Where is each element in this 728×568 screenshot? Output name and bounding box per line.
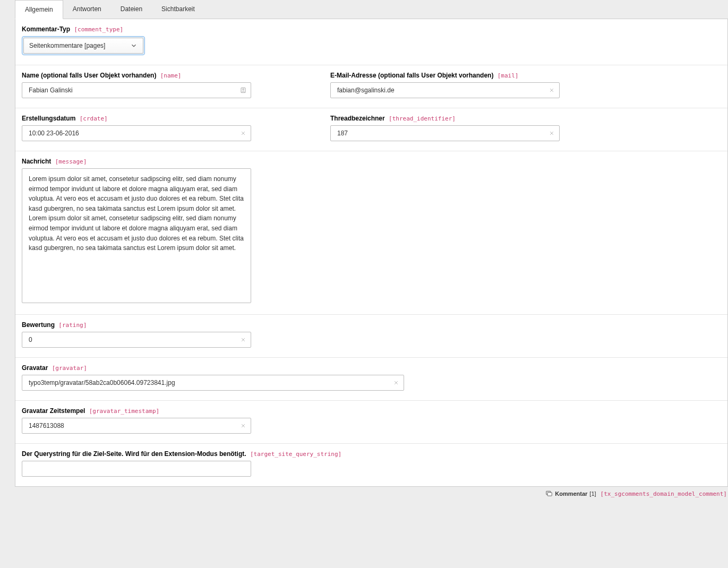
- chevron-down-icon: [130, 42, 138, 49]
- querystring-label: Der Querystring für die Ziel-Seite. Wird…: [22, 450, 246, 458]
- tab-files[interactable]: Dateien: [111, 0, 152, 19]
- clear-icon[interactable]: [548, 130, 555, 137]
- rating-tech: [rating]: [58, 322, 87, 329]
- tab-general[interactable]: Allgemein: [15, 0, 63, 19]
- svg-rect-15: [547, 493, 552, 496]
- clear-icon[interactable]: [548, 87, 555, 94]
- contact-icon: [239, 87, 247, 94]
- querystring-input[interactable]: [22, 461, 251, 477]
- comment-type-select[interactable]: Seitenkommentare [pages]: [23, 38, 143, 54]
- section-gravatar-timestamp: Gravatar Zeitstempel [gravatar_timestamp…: [15, 401, 727, 444]
- footer-label: Kommentar: [555, 490, 587, 497]
- message-textarea[interactable]: [22, 168, 251, 303]
- thread-label: Threadbezeichner: [330, 115, 385, 122]
- rating-input[interactable]: [22, 332, 251, 348]
- crdate-tech: [crdate]: [80, 115, 108, 122]
- message-label: Nachricht: [22, 158, 51, 165]
- gravatar-ts-input[interactable]: [22, 418, 251, 434]
- footer-id: [1]: [589, 490, 596, 497]
- section-querystring: Der Querystring für die Ziel-Seite. Wird…: [15, 444, 727, 486]
- comment-type-label: Kommentar-Typ: [22, 25, 70, 33]
- gravatar-ts-tech: [gravatar_timestamp]: [89, 408, 159, 415]
- name-label: Name (optional falls User Objekt vorhand…: [22, 72, 156, 79]
- section-crdate-thread: Erstellungsdatum [crdate] Threadbezeichn…: [15, 108, 727, 151]
- gravatar-ts-label: Gravatar Zeitstempel: [22, 407, 85, 415]
- querystring-tech: [target_site_query_string]: [250, 451, 341, 458]
- clear-icon[interactable]: [392, 379, 400, 386]
- general-panel: Kommentar-Typ [comment_type] Seitenkomme…: [15, 19, 728, 487]
- section-gravatar: Gravatar [gravatar]: [15, 358, 727, 401]
- clear-icon[interactable]: [239, 336, 247, 343]
- crdate-label: Erstellungsdatum: [22, 115, 75, 122]
- svg-point-1: [243, 89, 244, 90]
- footer-table: [tx_sgcomments_domain_model_comment]: [601, 490, 727, 497]
- tabs-bar: Allgemein Antworten Dateien Sichtbarkeit: [15, 0, 728, 19]
- tab-visibility[interactable]: Sichtbarkeit: [152, 0, 204, 19]
- comment-record-icon: [545, 490, 553, 497]
- clear-icon[interactable]: [239, 422, 247, 429]
- name-tech: [name]: [160, 72, 182, 79]
- mail-label: E-Mail-Adresse (optional falls User Obje…: [330, 72, 493, 79]
- section-message: Nachricht [message]: [15, 151, 727, 315]
- comment-type-value: Seitenkommentare [pages]: [29, 42, 105, 49]
- section-rating: Bewertung [rating]: [15, 315, 727, 358]
- record-type-footer: Kommentar [1] [tx_sgcomments_domain_mode…: [15, 487, 728, 498]
- mail-input[interactable]: [330, 82, 560, 98]
- name-input[interactable]: [22, 82, 251, 98]
- crdate-input[interactable]: [22, 125, 251, 141]
- comment-type-tech: [comment_type]: [74, 26, 123, 33]
- section-name-mail: Name (optional falls User Objekt vorhand…: [15, 65, 727, 108]
- rating-label: Bewertung: [22, 321, 55, 329]
- gravatar-input[interactable]: [22, 375, 404, 391]
- mail-tech: [mail]: [498, 72, 519, 79]
- gravatar-tech: [gravatar]: [52, 365, 87, 372]
- thread-input[interactable]: [330, 125, 560, 141]
- tab-answers[interactable]: Antworten: [63, 0, 111, 19]
- section-comment-type: Kommentar-Typ [comment_type] Seitenkomme…: [15, 19, 727, 65]
- gravatar-label: Gravatar: [22, 364, 48, 372]
- clear-icon[interactable]: [239, 130, 247, 137]
- message-tech: [message]: [55, 158, 87, 165]
- thread-tech: [thread_identifier]: [389, 115, 456, 122]
